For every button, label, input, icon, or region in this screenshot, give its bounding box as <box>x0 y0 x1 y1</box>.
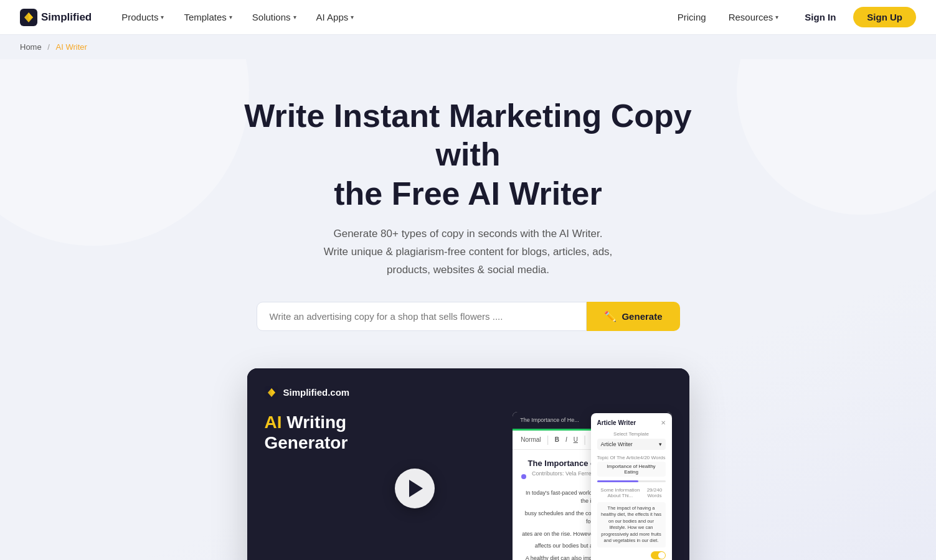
ai-panel-footer <box>597 551 666 559</box>
templates-label: Templates <box>184 12 226 22</box>
toolbar-underline[interactable]: U <box>572 435 580 444</box>
toolbar-bold[interactable]: B <box>553 435 561 444</box>
ai-panel-topic-value: Importance of Healthy Eating <box>597 462 666 477</box>
products-chevron-icon: ▾ <box>161 14 164 21</box>
generate-label: Generate <box>622 311 662 322</box>
nav-solutions[interactable]: Solutions ▾ <box>242 0 306 35</box>
video-preview: Simplified.com AI WritingGenerator <box>247 368 689 560</box>
ai-panel-select-chevron: ▾ <box>659 441 662 447</box>
toolbar-sep-2: | <box>584 434 586 446</box>
resources-chevron-icon: ▾ <box>775 14 778 21</box>
toolbar-sep-1: | <box>547 434 549 446</box>
logo-text: Simplified <box>41 11 92 24</box>
ai-panel-topic-field: Topic Of The Article 4/20 Words Importan… <box>597 455 666 477</box>
solutions-label: Solutions <box>252 12 291 22</box>
video-logo-icon <box>265 386 278 399</box>
play-button[interactable] <box>395 469 435 508</box>
navbar: Simplified Products ▾ Templates ▾ Soluti… <box>0 0 936 35</box>
ai-panel-template-label: Select Template <box>597 431 666 437</box>
templates-chevron-icon: ▾ <box>229 14 232 21</box>
toolbar-normal[interactable]: Normal <box>519 435 542 444</box>
hero-title-line2: the Free AI Writer <box>334 175 602 212</box>
ai-panel-info-label: Some Information About Thi... 29/240 Wor… <box>597 487 666 498</box>
breadcrumb-current: AI Writer <box>56 42 87 52</box>
ai-panel-template-value: Article Writer <box>601 441 633 447</box>
ai-panel: Article Writer ✕ Select Template Article… <box>591 413 672 560</box>
video-left: AI WritingGenerator <box>265 412 503 454</box>
ai-panel-template-select[interactable]: Article Writer ▾ <box>597 439 666 450</box>
bg-circle-2 <box>737 59 936 215</box>
nav-ai-apps[interactable]: AI Apps ▾ <box>306 0 364 35</box>
doc-title-bar: The Importance of He... <box>520 417 579 423</box>
nav-resources[interactable]: Resources ▾ <box>720 12 788 22</box>
breadcrumb: Home / AI Writer <box>0 35 936 59</box>
hero-subtitle-line3: products, websites & social media. <box>387 264 549 276</box>
hero-section: Write Instant Marketing Copy with the Fr… <box>0 59 936 560</box>
breadcrumb-home-link[interactable]: Home <box>20 42 42 52</box>
hero-subtitle: Generate 80+ types of copy in seconds wi… <box>294 225 643 279</box>
nav-templates[interactable]: Templates ▾ <box>174 0 242 35</box>
doc-meta-dot <box>521 474 526 479</box>
simplified-logo-icon <box>20 9 37 26</box>
bg-circle-1 <box>0 59 249 246</box>
play-triangle-icon <box>409 480 423 497</box>
signup-button[interactable]: Sign Up <box>853 7 916 27</box>
video-heading: AI WritingGenerator <box>265 412 503 454</box>
ai-apps-label: AI Apps <box>316 12 349 22</box>
ai-panel-progress-fill <box>597 480 638 482</box>
breadcrumb-separator: / <box>47 42 50 52</box>
ai-panel-toggle[interactable] <box>651 551 666 559</box>
logo[interactable]: Simplified <box>20 9 92 26</box>
hero-title: Write Instant Marketing Copy with the Fr… <box>235 96 702 213</box>
hero-subtitle-line2: Write unique & plagiarism-free content f… <box>324 246 613 258</box>
ai-panel-toggle-dot <box>658 552 665 559</box>
generate-icon: ✏️ <box>604 310 617 322</box>
solutions-chevron-icon: ▾ <box>293 14 296 21</box>
ai-panel-close-icon[interactable]: ✕ <box>661 419 666 426</box>
hero-title-line1: Write Instant Marketing Copy with <box>244 98 691 172</box>
ai-panel-title: Article Writer <box>597 419 636 426</box>
search-bar-wrapper: ✏️ Generate <box>257 302 680 331</box>
ai-panel-info-field: Some Information About Thi... 29/240 Wor… <box>597 487 666 498</box>
toolbar-italic[interactable]: I <box>564 435 569 444</box>
video-heading-ai: AI <box>265 413 282 432</box>
ai-panel-header: Article Writer ✕ <box>597 419 666 426</box>
signin-button[interactable]: Sign In <box>792 7 848 27</box>
nav-pricing[interactable]: Pricing <box>669 12 715 22</box>
hero-subtitle-line1: Generate 80+ types of copy in seconds wi… <box>333 228 602 240</box>
ai-panel-progress-bar <box>597 480 666 482</box>
video-logo-bar: Simplified.com <box>265 386 672 399</box>
video-logo-text: Simplified.com <box>283 387 350 398</box>
ai-panel-topic-label: Topic Of The Article 4/20 Words <box>597 455 666 460</box>
navbar-nav: Products ▾ Templates ▾ Solutions ▾ AI Ap… <box>111 0 669 35</box>
generate-button[interactable]: ✏️ Generate <box>587 302 679 331</box>
products-label: Products <box>121 12 158 22</box>
resources-label: Resources <box>729 12 773 22</box>
search-input[interactable] <box>257 302 587 331</box>
nav-products[interactable]: Products ▾ <box>111 0 174 35</box>
video-inner: Simplified.com AI WritingGenerator <box>247 368 689 560</box>
ai-apps-chevron-icon: ▾ <box>351 14 354 21</box>
navbar-right: Pricing Resources ▾ Sign In Sign Up <box>669 7 916 27</box>
ai-panel-content: The impact of having a healthy diet, the… <box>597 502 666 548</box>
